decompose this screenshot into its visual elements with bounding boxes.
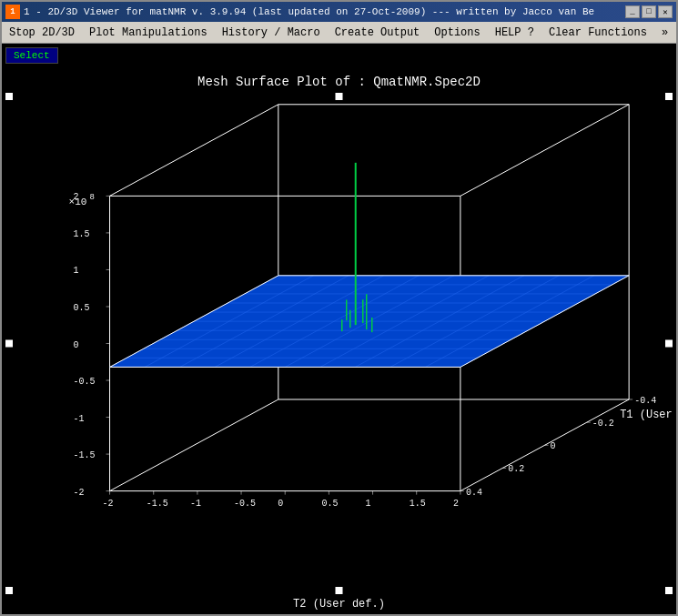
menu-item-clear-functions[interactable]: Clear Functions (541, 25, 654, 41)
select-button[interactable]: Select (5, 47, 58, 64)
app-window: 1 1 - 2D/3D Viewer for matNMR v. 3.9.94 … (0, 0, 678, 616)
close-button[interactable]: ✕ (658, 5, 673, 18)
minimize-button[interactable]: _ (625, 5, 640, 18)
menu-item-stop-2d-3d[interactable]: Stop 2D/3D (2, 25, 82, 41)
menu-item-create-output[interactable]: Create Output (328, 25, 428, 41)
title-text: 1 - 2D/3D Viewer for matNMR v. 3.9.94 (l… (24, 6, 622, 17)
title-controls: _ □ ✕ (625, 5, 673, 18)
menu-item-arrow[interactable]: » (654, 25, 675, 41)
plot-area[interactable]: Mesh Surface Plot of : QmatNMR.Spec2D T2… (2, 67, 676, 614)
menu-item-plot-manipulations[interactable]: Plot Manipulations (82, 25, 215, 41)
menu-item-help[interactable]: HELP ? (488, 25, 541, 41)
menu-item-options[interactable]: Options (427, 25, 487, 41)
plot-title: Mesh Surface Plot of : QmatNMR.Spec2D (197, 75, 481, 89)
x-axis-label: T2 (User def.) (293, 598, 385, 614)
plot-container (2, 89, 676, 598)
maximize-button[interactable]: □ (642, 5, 656, 18)
app-icon: 1 (5, 5, 20, 19)
menu-item-history-macro[interactable]: History / Macro (215, 25, 328, 41)
menu-bar: Stop 2D/3D Plot Manipulations History / … (2, 22, 676, 44)
plot-canvas (2, 89, 676, 598)
toolbar: Select (2, 44, 676, 67)
title-bar: 1 1 - 2D/3D Viewer for matNMR v. 3.9.94 … (2, 2, 676, 22)
